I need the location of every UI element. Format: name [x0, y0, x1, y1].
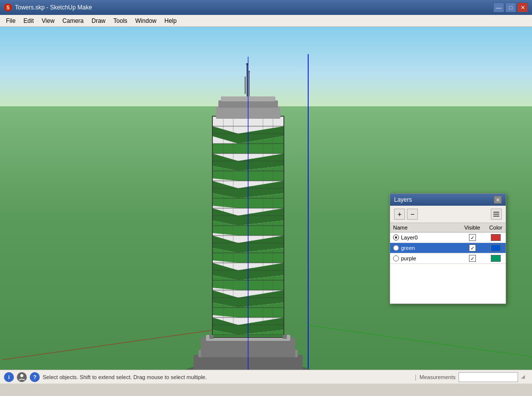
- layers-body: Layer0✓green✓purple✓: [390, 233, 506, 264]
- menu-window[interactable]: Window: [132, 16, 161, 25]
- measurements-input[interactable]: [459, 372, 518, 382]
- layer-visible-cell: ✓: [459, 233, 486, 243]
- app-icon: S: [4, 3, 12, 11]
- menu-bar: File Edit View Camera Draw Tools Window …: [0, 15, 532, 27]
- resize-handle: ◢: [521, 374, 528, 381]
- layer-name-label: Layer0: [401, 235, 418, 240]
- col-header-name: Name: [390, 223, 459, 233]
- menu-file[interactable]: File: [2, 16, 19, 25]
- layers-detail-button[interactable]: [491, 209, 502, 220]
- help-icon[interactable]: ?: [30, 372, 40, 382]
- title-bar: S Towers.skp - SketchUp Make — □ ✕: [0, 0, 532, 15]
- svg-point-76: [249, 71, 250, 73]
- window-title: Towers.skp - SketchUp Make: [15, 4, 92, 11]
- layer-color-cell[interactable]: [486, 243, 506, 253]
- menu-view[interactable]: View: [38, 16, 59, 25]
- layer-visible-checkbox[interactable]: ✓: [469, 244, 476, 251]
- svg-point-83: [20, 374, 23, 377]
- layer-color-cell[interactable]: [486, 253, 506, 264]
- menu-tools[interactable]: Tools: [110, 16, 132, 25]
- measurements-label: Measurements: [419, 374, 456, 380]
- layer-name-cell: Layer0: [390, 233, 459, 243]
- add-layer-button[interactable]: +: [394, 209, 405, 220]
- layer-radio[interactable]: [393, 255, 399, 261]
- menu-help[interactable]: Help: [160, 16, 181, 25]
- layer-name-cell: purple: [390, 253, 459, 264]
- viewport[interactable]: Layers ✕ + − Name Visible Color Layer0✓g…: [0, 27, 532, 384]
- status-text: Select objects. Shift to extend select. …: [43, 374, 412, 380]
- layer-color-box[interactable]: [491, 255, 501, 262]
- user-icon[interactable]: [17, 372, 27, 382]
- col-header-color: Color: [486, 223, 506, 233]
- svg-rect-78: [283, 335, 287, 339]
- col-header-visible: Visible: [459, 223, 486, 233]
- info-icon[interactable]: i: [4, 372, 14, 382]
- svg-rect-81: [493, 214, 499, 215]
- layer-color-box[interactable]: [491, 234, 501, 241]
- layer-name-label: purple: [401, 255, 416, 261]
- svg-rect-80: [493, 212, 499, 213]
- layer-radio[interactable]: [393, 235, 399, 240]
- menu-draw[interactable]: Draw: [88, 16, 110, 25]
- layers-title-bar: Layers ✕: [390, 194, 506, 206]
- layer-name-label: green: [401, 245, 415, 251]
- title-left: S Towers.skp - SketchUp Make: [4, 3, 92, 11]
- measurements-divider: |: [415, 374, 416, 381]
- layers-close-button[interactable]: ✕: [494, 196, 502, 204]
- layers-toolbar: + −: [390, 206, 506, 223]
- menu-camera[interactable]: Camera: [59, 16, 88, 25]
- building: [174, 57, 323, 384]
- layer-visible-checkbox[interactable]: ✓: [469, 255, 476, 262]
- layers-empty-area: [390, 264, 506, 304]
- layers-table: Name Visible Color Layer0✓green✓purple✓: [390, 223, 506, 264]
- svg-marker-8: [212, 144, 238, 154]
- minimize-button[interactable]: —: [493, 2, 504, 12]
- layers-panel-title: Layers: [394, 196, 412, 203]
- layer-name-cell: green: [390, 243, 459, 253]
- svg-rect-77: [209, 335, 213, 339]
- layer-color-cell[interactable]: [486, 233, 506, 243]
- remove-layer-button[interactable]: −: [407, 209, 418, 220]
- layer-color-box[interactable]: [491, 244, 501, 251]
- layer-row[interactable]: green✓: [390, 243, 506, 253]
- layer-row[interactable]: purple✓: [390, 253, 506, 264]
- menu-edit[interactable]: Edit: [19, 16, 38, 25]
- layer-visible-checkbox[interactable]: ✓: [469, 234, 476, 241]
- window-controls: — □ ✕: [493, 2, 528, 12]
- maximize-button[interactable]: □: [505, 2, 516, 12]
- layer-radio[interactable]: [393, 245, 399, 251]
- layers-panel: Layers ✕ + − Name Visible Color Layer0✓g…: [390, 193, 506, 304]
- close-button[interactable]: ✕: [517, 2, 528, 12]
- status-bar: i ? Select objects. Shift to extend sele…: [0, 370, 532, 384]
- layer-visible-cell: ✓: [459, 253, 486, 264]
- layer-visible-cell: ✓: [459, 243, 486, 253]
- layer-row[interactable]: Layer0✓: [390, 233, 506, 243]
- svg-rect-82: [493, 216, 499, 217]
